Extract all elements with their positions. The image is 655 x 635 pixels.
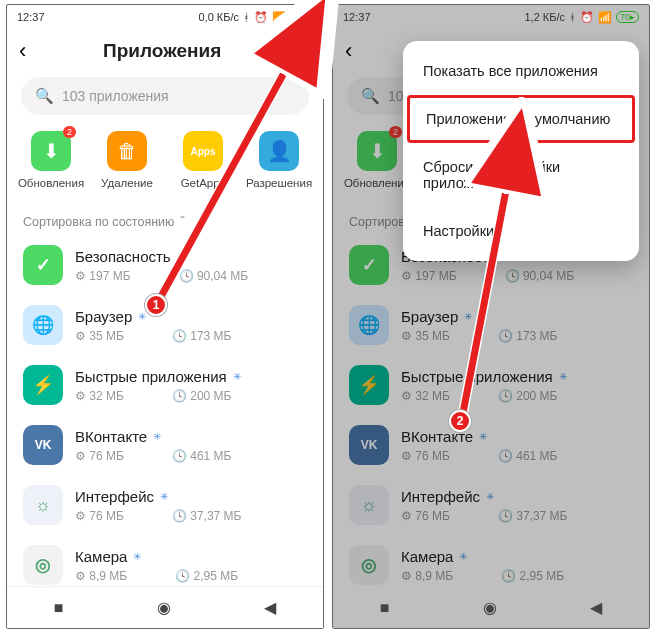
app-disk: 🕓 200 МБ <box>172 389 232 403</box>
loading-icon: ✳ <box>160 491 168 502</box>
wifi-icon: 📶 <box>272 11 286 24</box>
menu-show-all[interactable]: Показать все приложения <box>403 47 639 95</box>
app-name: Интерфейс ✳ <box>401 488 633 505</box>
app-row[interactable]: ☼Интерфейс ✳⚙ 76 МБ🕓 37,37 МБ <box>7 475 323 535</box>
updates-badge: 2 <box>63 126 76 138</box>
app-row[interactable]: ☼Интерфейс ✳⚙ 76 МБ🕓 37,37 МБ <box>333 475 649 535</box>
phone-right: 12:37 1,2 КБ/с ᚼ ⏰ 📶 70▸ ‹ Приложения ⋮ … <box>332 4 650 629</box>
search-placeholder: 103 приложения <box>62 88 169 104</box>
sort-row[interactable]: Сортировка по состоянию ˇ <box>7 205 323 235</box>
quick-updates[interactable]: ⬇2 Обновления <box>16 131 86 189</box>
nav-back[interactable]: ◀ <box>590 598 602 617</box>
app-disk: 🕓 173 МБ <box>172 329 232 343</box>
app-icon: ⚡ <box>349 365 389 405</box>
app-ram: ⚙ 76 МБ <box>401 509 450 523</box>
app-ram: ⚙ 197 МБ <box>401 269 457 283</box>
status-icons: 0,0 КБ/с ᚼ ⏰ 📶 70▸ <box>198 11 313 24</box>
bluetooth-icon: ᚼ <box>569 11 576 23</box>
menu-default-apps[interactable]: Приложения по умолчанию <box>407 95 635 143</box>
app-disk: 🕓 200 МБ <box>498 389 558 403</box>
menu-settings[interactable]: Настройки <box>403 207 639 255</box>
quick-updates[interactable]: ⬇2 Обновления <box>342 131 412 189</box>
app-icon: ✓ <box>349 245 389 285</box>
getapps-icon: Apps <box>183 131 223 171</box>
app-disk: 🕓 90,04 МБ <box>505 269 575 283</box>
app-icon: VK <box>23 425 63 465</box>
app-ram: ⚙ 76 МБ <box>75 509 124 523</box>
search-input[interactable]: 🔍 103 приложения <box>21 77 309 115</box>
loading-icon: ✳ <box>464 311 472 322</box>
status-bar: 12:37 1,2 КБ/с ᚼ ⏰ 📶 70▸ <box>333 5 649 29</box>
app-disk: 🕓 37,37 МБ <box>498 509 568 523</box>
app-row[interactable]: ⚡Быстрые приложения ✳⚙ 32 МБ🕓 200 МБ <box>7 355 323 415</box>
nav-home[interactable]: ◉ <box>157 598 171 617</box>
app-ram: ⚙ 197 МБ <box>75 269 131 283</box>
header: ‹ Приложения ⋮ <box>7 29 323 73</box>
app-row[interactable]: 🌐Браузер ✳⚙ 35 МБ🕓 173 МБ <box>333 295 649 355</box>
app-list: ✓Безопасность ✳⚙ 197 МБ🕓 90,04 МБ🌐Браузе… <box>7 235 323 595</box>
app-ram: ⚙ 76 МБ <box>401 449 450 463</box>
status-time: 12:37 <box>343 11 371 23</box>
nav-home[interactable]: ◉ <box>483 598 497 617</box>
download-icon: ⬇2 <box>357 131 397 171</box>
app-ram: ⚙ 35 МБ <box>75 329 124 343</box>
alarm-icon: ⏰ <box>580 11 594 24</box>
wifi-icon: 📶 <box>598 11 612 24</box>
app-name: Камера ✳ <box>401 548 633 565</box>
status-bar: 12:37 0,0 КБ/с ᚼ ⏰ 📶 70▸ <box>7 5 323 29</box>
search-icon: 🔍 <box>35 87 54 105</box>
bluetooth-icon: ᚼ <box>243 11 250 23</box>
app-icon: 🌐 <box>349 305 389 345</box>
download-icon: ⬇2 <box>31 131 71 171</box>
app-name: ВКонтакте ✳ <box>75 428 307 445</box>
menu-reset-app-prefs[interactable]: Сбросить настройки приложений <box>403 143 639 207</box>
status-icons: 1,2 КБ/с ᚼ ⏰ 📶 70▸ <box>524 11 639 24</box>
battery-icon: 70▸ <box>290 11 313 23</box>
quick-permissions[interactable]: 👤 Разрешения <box>244 131 314 189</box>
overflow-menu: Показать все приложения Приложения по ум… <box>403 41 639 261</box>
nav-recent[interactable]: ■ <box>54 599 64 617</box>
app-disk: 🕓 90,04 МБ <box>179 269 249 283</box>
app-name: Интерфейс ✳ <box>75 488 307 505</box>
loading-icon: ✳ <box>153 431 161 442</box>
more-menu-button[interactable]: ⋮ <box>290 38 311 64</box>
app-name: Браузер ✳ <box>75 308 307 325</box>
callout-2: 2 <box>449 410 471 432</box>
app-disk: 🕓 2,95 МБ <box>175 569 238 583</box>
status-net: 1,2 КБ/с <box>524 11 565 23</box>
app-disk: 🕓 461 МБ <box>172 449 232 463</box>
app-row[interactable]: VKВКонтакте ✳⚙ 76 МБ🕓 461 МБ <box>333 415 649 475</box>
status-time: 12:37 <box>17 11 45 23</box>
app-row[interactable]: ✓Безопасность ✳⚙ 197 МБ🕓 90,04 МБ <box>7 235 323 295</box>
app-name: Безопасность ✳ <box>75 248 307 265</box>
loading-icon: ✳ <box>177 251 185 262</box>
app-ram: ⚙ 76 МБ <box>75 449 124 463</box>
app-ram: ⚙ 32 МБ <box>75 389 124 403</box>
loading-icon: ✳ <box>486 491 494 502</box>
quick-delete[interactable]: 🗑 Удаление <box>92 131 162 189</box>
updates-badge: 2 <box>389 126 402 138</box>
battery-icon: 70▸ <box>616 11 639 23</box>
app-name: ВКонтакте ✳ <box>401 428 633 445</box>
app-icon: ⚡ <box>23 365 63 405</box>
loading-icon: ✳ <box>138 311 146 322</box>
nav-bar: ■ ◉ ◀ <box>333 586 649 628</box>
app-row[interactable]: VKВКонтакте ✳⚙ 76 МБ🕓 461 МБ <box>7 415 323 475</box>
app-icon: ✓ <box>23 245 63 285</box>
nav-recent[interactable]: ■ <box>380 599 390 617</box>
loading-icon: ✳ <box>133 551 141 562</box>
page-title: Приложения <box>34 40 290 62</box>
quick-getapps[interactable]: Apps GetApps <box>168 131 238 189</box>
app-list: ✓Безопасность ✳⚙ 197 МБ🕓 90,04 МБ🌐Браузе… <box>333 235 649 595</box>
nav-back[interactable]: ◀ <box>264 598 276 617</box>
app-name: Камера ✳ <box>75 548 307 565</box>
app-disk: 🕓 461 МБ <box>498 449 558 463</box>
app-icon: 🌐 <box>23 305 63 345</box>
back-button[interactable]: ‹ <box>19 38 26 64</box>
app-row[interactable]: ⚡Быстрые приложения ✳⚙ 32 МБ🕓 200 МБ <box>333 355 649 415</box>
back-button[interactable]: ‹ <box>345 38 352 64</box>
app-ram: ⚙ 32 МБ <box>401 389 450 403</box>
app-ram: ⚙ 8,9 МБ <box>401 569 453 583</box>
app-ram: ⚙ 35 МБ <box>401 329 450 343</box>
app-disk: 🕓 2,95 МБ <box>501 569 564 583</box>
